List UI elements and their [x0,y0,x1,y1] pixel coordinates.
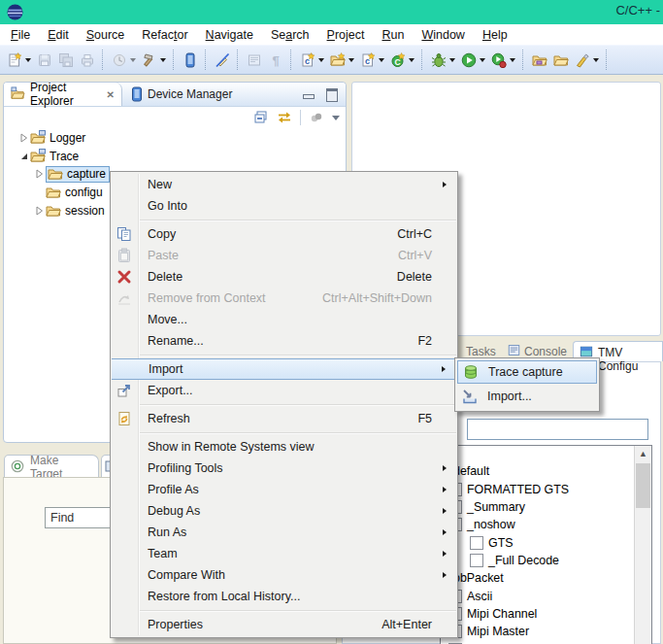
tree-item-body[interactable]: Trace [30,149,79,164]
expand-arrow-icon[interactable] [17,153,30,160]
checkbox[interactable] [470,554,483,567]
filters-icon[interactable] [309,110,324,125]
new-c-file-button[interactable]: c [358,49,386,72]
menu-source[interactable]: Source [78,26,134,44]
tree-item-body[interactable]: session [46,203,105,219]
list-item--summary[interactable]: _Summary [441,498,634,516]
tab-make-target[interactable]: Make Target [4,455,99,478]
tree-item-Logger[interactable]: Logger [4,129,346,148]
brush-button[interactable] [573,49,601,72]
expand-arrow-icon[interactable] [33,206,46,216]
scrollbar-thumb[interactable] [636,463,650,508]
close-icon[interactable]: ✕ [107,89,115,100]
list-item-mipi-s[interactable]: Mipi S [441,640,634,644]
save-button[interactable] [35,49,54,72]
tree-item-body[interactable]: Logger [30,130,85,146]
menu-run[interactable]: Run [373,26,413,44]
list-item--full-decode[interactable]: _Full Decode [441,552,634,569]
menu-item-move[interactable]: Move... [111,309,457,330]
list-item--noshow[interactable]: _noshow [441,516,634,533]
menu-navigate[interactable]: Navigate [197,26,262,44]
menu-item-debug-as[interactable]: Debug As [111,500,457,522]
tab-device-manager[interactable]: Device Manager [124,83,239,106]
tab-tasks[interactable]: Tasks [466,345,496,358]
link-with-editor-icon[interactable] [277,110,292,125]
expand-arrow-icon[interactable] [17,133,30,143]
save-all-button[interactable] [56,49,76,72]
tmv-filter-input[interactable] [467,419,648,440]
chevron-down-icon[interactable] [510,58,515,62]
menu-item-copy[interactable]: CopyCtrl+C [111,223,457,245]
menu-item-paste[interactable]: PasteCtrl+V [111,245,457,266]
collapse-all-icon[interactable] [253,110,269,125]
menu-item-team[interactable]: Team [111,543,457,564]
print-button[interactable] [78,49,97,72]
run-external-button[interactable] [489,49,517,72]
chevron-down-icon[interactable] [160,58,166,62]
menu-item-properties[interactable]: PropertiesAlt+Enter [111,614,457,635]
list-item-obpacket[interactable]: obPacket [441,569,634,587]
menu-item-compare-with[interactable]: Compare With [111,564,457,586]
menu-item-rename[interactable]: Rename...F2 [111,330,457,352]
chevron-down-icon[interactable] [379,58,384,62]
menu-item-restore-from-local-history[interactable]: Restore from Local History... [111,586,457,607]
menu-item-go-into[interactable]: Go Into [111,195,457,217]
tab-tmv-label[interactable]: TMV Configu [598,346,663,373]
expand-arrow-icon[interactable] [33,169,46,179]
list-item-ascii[interactable]: Ascii [441,587,634,604]
chevron-down-icon[interactable] [449,58,455,62]
menu-item-profiling-tools[interactable]: Profiling Tools [111,458,457,479]
new-wizard-button[interactable] [5,49,33,72]
new-c-source-button[interactable]: c [298,49,326,72]
menu-item-import[interactable]: Import [112,358,456,380]
menu-refactor[interactable]: Refactor [133,26,196,44]
menu-item-refresh[interactable]: RefreshF5 [111,408,457,429]
menu-item-new[interactable]: New [111,174,457,195]
submenu-item-import[interactable]: Import... [457,384,597,409]
menu-file[interactable]: File [2,26,39,44]
selected-tree-item[interactable]: capture [46,166,110,183]
c-build-button[interactable]: C [388,49,416,72]
tab-project-explorer[interactable]: Project Explorer ✕ [4,83,122,106]
list-item-formatted-gts[interactable]: FORMATTED GTS [441,480,634,497]
menu-item-remove-from-context[interactable]: Remove from ContextCtrl+Alt+Shift+Down [111,288,457,309]
open-folder-button[interactable] [551,49,571,72]
build-hammer-button[interactable] [140,49,168,72]
scrollbar[interactable]: ▲ [634,446,651,644]
submenu-item-trace-capture[interactable]: Trace capture [457,360,597,384]
chevron-down-icon[interactable] [348,58,354,62]
tab-console[interactable]: Console [524,345,567,358]
view-menu-icon[interactable] [332,116,340,120]
menu-help[interactable]: Help [474,26,516,44]
device-button[interactable] [181,49,200,72]
history-clock-button[interactable] [110,49,138,72]
chevron-down-icon[interactable] [130,58,136,62]
console-button[interactable] [245,49,264,72]
list-item-default[interactable]: default [441,462,634,480]
menu-edit[interactable]: Edit [39,26,78,44]
pilcrow-button[interactable]: ¶ [266,49,285,72]
list-item-gts[interactable]: GTS [441,533,634,551]
menu-item-profile-as[interactable]: Profile As [111,479,457,500]
menu-item-show-in-remote-systems-view[interactable]: Show in Remote Systems view [111,436,457,458]
chevron-down-icon[interactable] [480,58,485,62]
menu-project[interactable]: Project [318,26,374,44]
chevron-down-icon[interactable] [409,58,414,62]
menu-item-delete[interactable]: DeleteDelete [111,266,457,288]
menu-search[interactable]: Search [262,26,318,44]
tree-item-body[interactable]: configu [46,185,103,200]
run-button[interactable] [459,49,487,72]
minimize-icon[interactable] [303,94,315,99]
list-item-mipi-channel[interactable]: Mipi Channel [441,605,634,623]
chevron-down-icon[interactable] [318,58,324,62]
debug-bug-button[interactable] [429,49,457,72]
chevron-down-icon[interactable] [593,58,599,62]
tree-item-Trace[interactable]: Trace [4,148,346,166]
menu-item-export[interactable]: Export... [111,380,457,401]
menu-item-run-as[interactable]: Run As [111,522,457,543]
new-folder-button[interactable] [328,49,356,72]
checkbox[interactable] [470,536,483,550]
maximize-icon[interactable] [326,88,338,102]
menu-window[interactable]: Window [413,26,473,44]
open-import-button[interactable] [530,49,549,72]
